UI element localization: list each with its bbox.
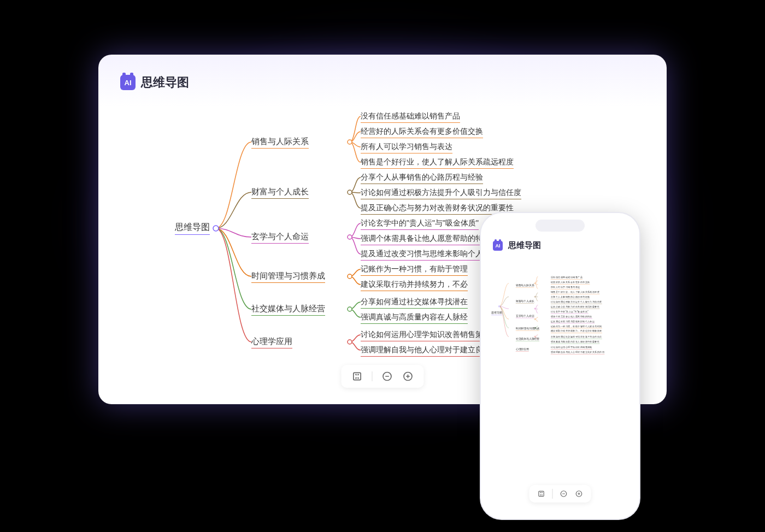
branch-node-4[interactable]: 社交媒体与人脉经营 <box>516 337 539 341</box>
divider <box>372 371 373 381</box>
leaf-node-3-1[interactable]: 建议采取行动并持续努力，不必过分依赖极效果 <box>551 329 602 333</box>
svg-point-15 <box>534 308 536 309</box>
svg-point-5 <box>348 340 352 344</box>
branch-node-1[interactable]: 财富与个人成长 <box>251 187 309 199</box>
branch-node-0[interactable]: 销售与人际关系 <box>516 283 534 287</box>
leaf-node-0-3[interactable]: 销售是个好行业，使人了解人际关系疏远程度 <box>361 157 514 169</box>
branch-node-0[interactable]: 销售与人际关系 <box>251 137 309 149</box>
phone-zoom-controls <box>529 485 591 503</box>
phone-header: AI 思维导图 <box>493 240 627 251</box>
leaf-node-4-1[interactable]: 强调真诚与高质量内容在人脉经 <box>361 312 468 324</box>
svg-point-2 <box>348 235 352 239</box>
branch-node-1[interactable]: 财富与个人成长 <box>516 300 534 304</box>
leaf-node-0-0[interactable]: 没有信任感基础难以销售产品 <box>551 276 582 280</box>
divider <box>552 489 553 499</box>
svg-point-14 <box>534 296 536 297</box>
leaf-node-1-2[interactable]: 提及正确心态与努力对改善财务状况的重要性 <box>361 203 514 215</box>
zoom-in-button[interactable] <box>575 489 584 498</box>
leaf-node-1-1[interactable]: 讨论如何通过积极方法提升个人吸引力与信任度 <box>551 300 602 304</box>
leaf-node-5-1[interactable]: 强调理解自我与他人心理对于建立良好关系的作用 <box>551 351 605 354</box>
zoom-in-button[interactable] <box>402 370 414 382</box>
branch-node-2[interactable]: 玄学与个人命运 <box>516 314 534 318</box>
ai-icon: AI <box>493 241 503 251</box>
branch-node-5[interactable]: 心理学应用 <box>251 336 292 348</box>
zoom-controls <box>342 365 424 388</box>
svg-point-0 <box>348 140 352 144</box>
svg-point-4 <box>348 307 352 311</box>
leaf-node-2-0[interactable]: 讨论玄学中的"贵人运"与"吸金体质" <box>551 310 589 314</box>
phone-mockup: AI 思维导图 思维导图销售与人际关系没有信任感基础难以销售产品经营好的人际关系… <box>481 213 639 519</box>
root-node[interactable]: 思维导图 <box>491 311 502 315</box>
branch-node-4[interactable]: 社交媒体与人脉经营 <box>251 304 325 316</box>
phone-notch <box>536 220 585 232</box>
page-title: 思维导图 <box>141 74 189 91</box>
leaf-node-5-1[interactable]: 强调理解自我与他人心理对于建立良好关 <box>361 345 498 357</box>
leaf-node-1-1[interactable]: 讨论如何通过积极方法提升个人吸引力与信任度 <box>361 188 521 199</box>
leaf-node-1-0[interactable]: 分享个人从事销售的心路历程与经验 <box>361 173 483 184</box>
leaf-node-2-2[interactable]: 提及通过改变习惯与思维来影响个人命运 <box>551 320 595 323</box>
svg-point-13 <box>534 283 536 284</box>
leaf-node-4-0[interactable]: 分享如何通过社交媒体寻找潜在 <box>361 297 468 309</box>
ai-icon: AI <box>120 75 136 90</box>
svg-point-3 <box>348 274 352 279</box>
fit-screen-button[interactable] <box>537 489 546 498</box>
leaf-node-3-1[interactable]: 建议采取行动并持续努力，不必 <box>361 280 468 291</box>
leaf-node-1-2[interactable]: 提及正确心态与努力对改善财务状况的重要性 <box>551 305 600 309</box>
svg-point-19 <box>498 306 500 308</box>
svg-rect-7 <box>354 373 361 380</box>
zoom-out-button[interactable] <box>560 489 568 498</box>
page-title: 思维导图 <box>508 240 541 251</box>
root-node[interactable]: 思维导图 <box>175 222 210 235</box>
svg-rect-20 <box>539 491 544 496</box>
leaf-node-3-0[interactable]: 记账作为一种习惯，有助于管理 <box>361 264 468 276</box>
leaf-node-1-0[interactable]: 分享个人从事销售的心路历程与经验 <box>551 295 590 299</box>
leaf-node-4-1[interactable]: 强调真诚与高质量内容在人脉经营中的重要性 <box>551 340 600 344</box>
leaf-node-0-2[interactable]: 所有人可以学习销售与表达 <box>551 286 580 289</box>
phone-mindmap-canvas[interactable]: 思维导图销售与人际关系没有信任感基础难以销售产品经营好的人际关系会有更多价值交换… <box>481 273 614 357</box>
leaf-node-3-0[interactable]: 记账作为一种习惯，有助于管理个人财务与时间 <box>551 324 602 328</box>
svg-point-6 <box>213 226 219 231</box>
header: AI 思维导图 <box>120 74 645 91</box>
leaf-node-0-0[interactable]: 没有信任感基础难以销售产品 <box>361 111 460 123</box>
leaf-node-0-3[interactable]: 销售是个好行业，使人了解人际关系疏远程度 <box>551 291 600 294</box>
branch-node-3[interactable]: 时间管理与习惯养成 <box>251 271 325 283</box>
leaf-node-2-0[interactable]: 讨论玄学中的"贵人运"与"吸金体质" <box>361 218 479 230</box>
svg-point-1 <box>348 190 352 194</box>
leaf-node-5-0[interactable]: 讨论如何运用心理学知识改善销售策略 <box>551 346 592 350</box>
branch-node-5[interactable]: 心理学应用 <box>516 348 529 352</box>
leaf-node-0-1[interactable]: 经营好的人际关系会有更多价值交换 <box>551 281 590 285</box>
leaf-node-0-2[interactable]: 所有人可以学习销售与表达 <box>361 142 452 153</box>
svg-point-16 <box>534 318 536 320</box>
leaf-node-0-1[interactable]: 经营好的人际关系会有更多价值交换 <box>361 127 483 138</box>
leaf-node-2-1[interactable]: 强调个体需具备让他人愿意帮助的特质 <box>551 315 592 318</box>
fit-screen-button[interactable] <box>351 370 363 382</box>
branch-node-2[interactable]: 玄学与个人命运 <box>251 232 309 244</box>
leaf-node-2-1[interactable]: 强调个体需具备让他人愿意帮助的特 <box>361 234 483 245</box>
leaf-node-2-2[interactable]: 提及通过改变习惯与思维来影响个人 <box>361 249 483 261</box>
leaf-node-4-0[interactable]: 分享如何通过社交媒体寻找潜在客户与合作伙伴 <box>551 335 602 339</box>
branch-node-3[interactable]: 时间管理与习惯养成 <box>516 327 539 330</box>
leaf-node-5-0[interactable]: 讨论如何运用心理学知识改善销售策略 <box>361 330 491 341</box>
zoom-out-button[interactable] <box>381 370 393 382</box>
